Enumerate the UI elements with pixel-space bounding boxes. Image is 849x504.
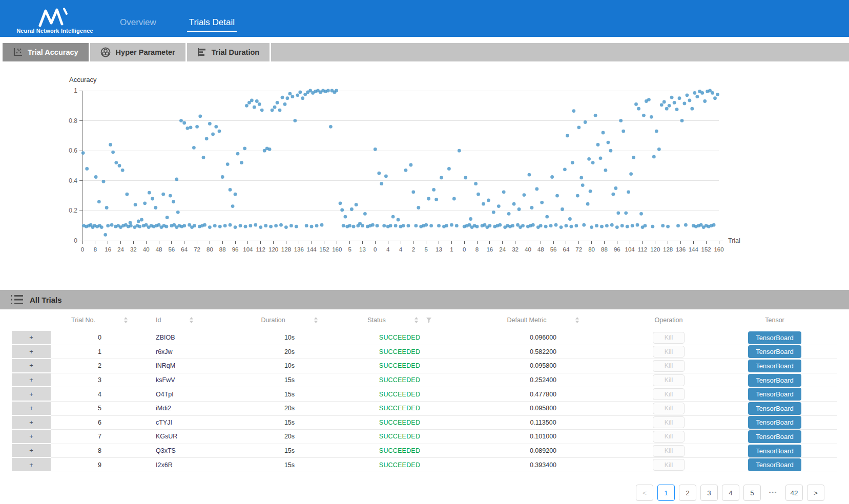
row-expander[interactable]: + [12, 331, 51, 345]
y-tick-label: 0.4 [69, 177, 77, 184]
operation-cell: Kill [625, 416, 712, 430]
page-button-42[interactable]: 42 [785, 485, 803, 501]
tensorboard-button[interactable]: TensorBoard [748, 430, 801, 443]
kill-button[interactable]: Kill [653, 346, 685, 358]
column-label: Id [156, 317, 161, 324]
x-tick-label: 112 [638, 246, 647, 253]
default-metric-cell: 0.095800 [461, 402, 625, 416]
kill-button[interactable]: Kill [653, 360, 685, 372]
column-header-id[interactable]: Id [149, 309, 241, 331]
y-tick-label: 0 [74, 237, 77, 244]
tensorboard-button[interactable]: TensorBoard [748, 360, 801, 372]
x-tick-label: 32 [512, 246, 519, 253]
prev-page-button[interactable]: < [636, 485, 653, 501]
operation-cell: Kill [625, 458, 712, 472]
row-expander[interactable]: + [12, 458, 51, 472]
table-row: + 6 cTYJI 15s SUCCEEDED 0.113500 Kill Te… [12, 416, 837, 430]
subtab-trial-duration[interactable]: Trial Duration [187, 43, 270, 61]
kill-button[interactable]: Kill [653, 388, 685, 400]
table-header: Trial No.IdDurationStatusDefault MetricO… [12, 309, 837, 331]
top-nav-bar: Neural Network Intelligence Overview Tri… [0, 0, 849, 37]
sort-icon[interactable] [189, 317, 194, 324]
default-metric-cell: 0.101000 [461, 430, 625, 444]
tensorboard-button[interactable]: TensorBoard [748, 374, 801, 387]
table-row: + 5 iMdi2 20s SUCCEEDED 0.095800 Kill Te… [12, 402, 837, 416]
x-tick-label: 16 [486, 246, 493, 253]
operation-cell: Kill [625, 373, 712, 388]
x-tick-label: 24 [117, 246, 124, 253]
tab-trials-detail[interactable]: Trials Detail [187, 17, 237, 32]
scatter-points[interactable] [81, 89, 719, 237]
kill-button[interactable]: Kill [653, 416, 685, 428]
tensorboard-button[interactable]: TensorBoard [748, 402, 801, 415]
kill-button[interactable]: Kill [653, 431, 685, 443]
subtab-trial-accuracy[interactable]: Trial Accuracy [3, 43, 89, 61]
tensor-cell: TensorBoard [712, 387, 837, 402]
tensor-cell: TensorBoard [712, 416, 837, 430]
row-expander[interactable]: + [12, 373, 51, 388]
page-button-5[interactable]: 5 [743, 485, 761, 501]
page-ellipsis: ••• [765, 485, 781, 500]
x-tick-label: 120 [268, 246, 278, 253]
tensorboard-button[interactable]: TensorBoard [748, 416, 801, 429]
row-expander[interactable]: + [12, 416, 51, 430]
x-tick-label: 24 [499, 246, 506, 253]
tensorboard-button[interactable]: TensorBoard [748, 445, 801, 457]
row-expander[interactable]: + [12, 402, 51, 416]
default-metric-cell: 0.393400 [461, 458, 625, 472]
tensorboard-button[interactable]: TensorBoard [748, 388, 801, 401]
column-label: Operation [655, 317, 683, 324]
table-row: + 2 iNRqM 10s SUCCEEDED 0.095800 Kill Te… [12, 359, 837, 373]
tensorboard-button[interactable]: TensorBoard [748, 345, 801, 358]
sort-icon[interactable] [575, 317, 579, 324]
x-tick-label: 104 [243, 246, 253, 253]
row-expander[interactable]: + [12, 345, 51, 360]
row-expander[interactable]: + [12, 387, 51, 402]
tensor-cell: TensorBoard [712, 458, 837, 472]
row-expander[interactable]: + [12, 430, 51, 444]
subtab-label: Trial Accuracy [28, 48, 78, 56]
x-tick-label: 0 [81, 246, 84, 253]
x-tick-label: 136 [676, 246, 686, 253]
next-page-button[interactable]: > [807, 485, 824, 501]
kill-button[interactable]: Kill [653, 332, 685, 344]
x-tick-label: 56 [550, 246, 557, 253]
status-cell: SUCCEEDED [338, 373, 461, 388]
operation-cell: Kill [625, 345, 712, 360]
column-header-trial-no-[interactable]: Trial No. [51, 309, 149, 331]
x-tick-label: 5 [424, 246, 427, 253]
tab-overview[interactable]: Overview [118, 17, 158, 32]
kill-button[interactable]: Kill [653, 445, 685, 457]
page-button-4[interactable]: 4 [722, 485, 739, 501]
page-button-3[interactable]: 3 [700, 485, 718, 501]
kill-button[interactable]: Kill [653, 459, 685, 471]
tensor-cell: TensorBoard [712, 331, 837, 345]
x-tick-label: 4 [399, 246, 403, 253]
scatter-icon [13, 48, 23, 57]
table-row: + 4 O4TpI 15s SUCCEEDED 0.477800 Kill Te… [12, 387, 837, 402]
x-tick-label: 128 [663, 246, 673, 253]
sort-icon[interactable] [314, 317, 318, 324]
column-header-duration[interactable]: Duration [241, 309, 338, 331]
accuracy-chart[interactable]: Accuracy10.80.60.40.20081624324048566472… [0, 61, 849, 266]
trial-no-cell: 0 [51, 331, 149, 345]
subtab-hyper-parameter[interactable]: Hyper Parameter [90, 43, 185, 61]
sort-icon[interactable] [414, 317, 419, 324]
x-tick-label: 136 [294, 246, 304, 253]
row-expander[interactable]: + [12, 359, 51, 373]
filter-icon[interactable] [426, 317, 432, 323]
trials-table: + 0 ZBIOB 10s SUCCEEDED 0.096000 Kill Te… [0, 331, 849, 472]
status-cell: SUCCEEDED [338, 416, 461, 430]
tensorboard-button[interactable]: TensorBoard [748, 458, 801, 471]
row-expander[interactable]: + [12, 444, 51, 458]
table-row: + 0 ZBIOB 10s SUCCEEDED 0.096000 Kill Te… [12, 331, 837, 345]
kill-button[interactable]: Kill [653, 403, 685, 414]
kill-button[interactable]: Kill [653, 374, 685, 386]
column-header-default-metric[interactable]: Default Metric [461, 309, 625, 331]
tensorboard-button[interactable]: TensorBoard [748, 331, 801, 344]
column-header-status[interactable]: Status [338, 309, 461, 331]
sort-icon[interactable] [123, 317, 128, 324]
page-button-1[interactable]: 1 [657, 485, 675, 501]
duration-cell: 20s [241, 402, 338, 416]
page-button-2[interactable]: 2 [679, 485, 696, 501]
